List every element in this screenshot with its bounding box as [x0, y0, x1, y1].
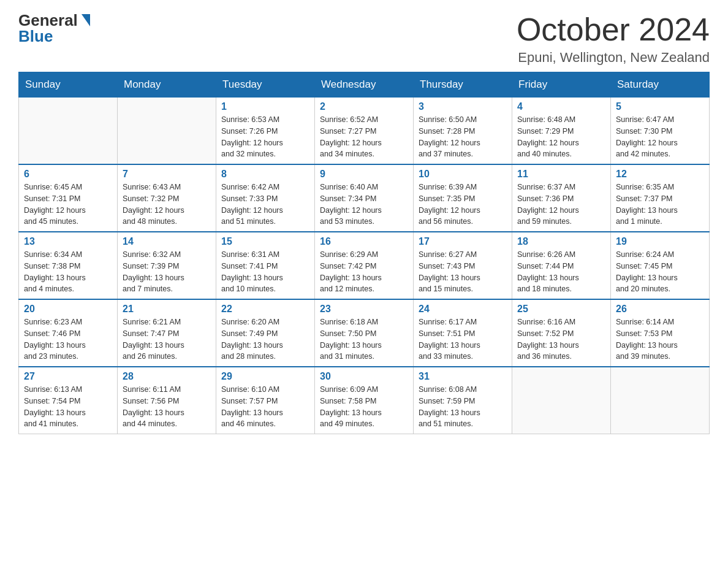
day-number: 22: [221, 304, 309, 315]
day-number: 24: [419, 304, 507, 315]
day-info: Sunrise: 6:09 AM Sunset: 7:58 PM Dayligh…: [320, 384, 408, 430]
logo-triangle-icon: [82, 14, 90, 26]
calendar-table: SundayMondayTuesdayWednesdayThursdayFrid…: [18, 72, 710, 434]
day-info: Sunrise: 6:37 AM Sunset: 7:36 PM Dayligh…: [517, 182, 605, 228]
day-info: Sunrise: 6:50 AM Sunset: 7:28 PM Dayligh…: [419, 114, 507, 160]
calendar-cell: [512, 367, 611, 434]
logo: General Blue: [18, 12, 90, 44]
day-info: Sunrise: 6:20 AM Sunset: 7:49 PM Dayligh…: [221, 316, 309, 362]
logo-general-text: General: [18, 12, 78, 28]
day-info: Sunrise: 6:11 AM Sunset: 7:56 PM Dayligh…: [123, 384, 211, 430]
calendar-cell: 30Sunrise: 6:09 AM Sunset: 7:58 PM Dayli…: [315, 367, 414, 434]
day-info: Sunrise: 6:14 AM Sunset: 7:53 PM Dayligh…: [616, 316, 704, 362]
day-number: 2: [320, 101, 408, 112]
calendar-cell: 14Sunrise: 6:32 AM Sunset: 7:39 PM Dayli…: [118, 232, 216, 299]
day-number: 12: [616, 169, 704, 180]
day-number: 16: [320, 236, 408, 247]
calendar-cell: 10Sunrise: 6:39 AM Sunset: 7:35 PM Dayli…: [414, 164, 512, 232]
weekday-header-friday: Friday: [512, 72, 611, 98]
day-info: Sunrise: 6:24 AM Sunset: 7:45 PM Dayligh…: [616, 249, 704, 295]
day-number: 19: [616, 236, 704, 247]
calendar-cell: 12Sunrise: 6:35 AM Sunset: 7:37 PM Dayli…: [611, 164, 710, 232]
day-number: 3: [419, 101, 507, 112]
day-info: Sunrise: 6:34 AM Sunset: 7:38 PM Dayligh…: [24, 249, 112, 295]
day-info: Sunrise: 6:17 AM Sunset: 7:51 PM Dayligh…: [419, 316, 507, 362]
day-info: Sunrise: 6:32 AM Sunset: 7:39 PM Dayligh…: [123, 249, 211, 295]
day-number: 26: [616, 304, 704, 315]
day-number: 4: [517, 101, 605, 112]
calendar-cell: 31Sunrise: 6:08 AM Sunset: 7:59 PM Dayli…: [414, 367, 512, 434]
day-number: 21: [123, 304, 211, 315]
calendar-cell: 1Sunrise: 6:53 AM Sunset: 7:26 PM Daylig…: [216, 98, 315, 165]
calendar-cell: 18Sunrise: 6:26 AM Sunset: 7:44 PM Dayli…: [512, 232, 611, 299]
day-number: 7: [123, 169, 211, 180]
page-header: General Blue October 2024 Epuni, Welling…: [18, 12, 710, 66]
day-info: Sunrise: 6:18 AM Sunset: 7:50 PM Dayligh…: [320, 316, 408, 362]
day-info: Sunrise: 6:53 AM Sunset: 7:26 PM Dayligh…: [221, 114, 309, 160]
day-info: Sunrise: 6:21 AM Sunset: 7:47 PM Dayligh…: [123, 316, 211, 362]
calendar-cell: 2Sunrise: 6:52 AM Sunset: 7:27 PM Daylig…: [315, 98, 414, 165]
day-number: 14: [123, 236, 211, 247]
day-info: Sunrise: 6:10 AM Sunset: 7:57 PM Dayligh…: [221, 384, 309, 430]
day-info: Sunrise: 6:48 AM Sunset: 7:29 PM Dayligh…: [517, 114, 605, 160]
day-number: 28: [123, 371, 211, 382]
day-number: 6: [24, 169, 112, 180]
weekday-header-saturday: Saturday: [611, 72, 710, 98]
calendar-header-row: SundayMondayTuesdayWednesdayThursdayFrid…: [19, 72, 710, 98]
day-number: 25: [517, 304, 605, 315]
day-number: 29: [221, 371, 309, 382]
calendar-cell: [611, 367, 710, 434]
calendar-cell: 5Sunrise: 6:47 AM Sunset: 7:30 PM Daylig…: [611, 98, 710, 165]
weekday-header-tuesday: Tuesday: [216, 72, 315, 98]
weekday-header-monday: Monday: [118, 72, 216, 98]
week-row-5: 27Sunrise: 6:13 AM Sunset: 7:54 PM Dayli…: [19, 367, 710, 434]
weekday-header-wednesday: Wednesday: [315, 72, 414, 98]
calendar-cell: 13Sunrise: 6:34 AM Sunset: 7:38 PM Dayli…: [19, 232, 118, 299]
calendar-cell: 21Sunrise: 6:21 AM Sunset: 7:47 PM Dayli…: [118, 299, 216, 367]
day-number: 10: [419, 169, 507, 180]
month-title: October 2024: [517, 12, 710, 47]
day-info: Sunrise: 6:42 AM Sunset: 7:33 PM Dayligh…: [221, 182, 309, 228]
weekday-header-sunday: Sunday: [19, 72, 118, 98]
week-row-2: 6Sunrise: 6:45 AM Sunset: 7:31 PM Daylig…: [19, 164, 710, 232]
calendar-cell: 24Sunrise: 6:17 AM Sunset: 7:51 PM Dayli…: [414, 299, 512, 367]
day-number: 23: [320, 304, 408, 315]
day-info: Sunrise: 6:26 AM Sunset: 7:44 PM Dayligh…: [517, 249, 605, 295]
weekday-header-thursday: Thursday: [414, 72, 512, 98]
calendar-cell: 23Sunrise: 6:18 AM Sunset: 7:50 PM Dayli…: [315, 299, 414, 367]
day-number: 30: [320, 371, 408, 382]
day-info: Sunrise: 6:47 AM Sunset: 7:30 PM Dayligh…: [616, 114, 704, 160]
calendar-cell: 22Sunrise: 6:20 AM Sunset: 7:49 PM Dayli…: [216, 299, 315, 367]
calendar-cell: 26Sunrise: 6:14 AM Sunset: 7:53 PM Dayli…: [611, 299, 710, 367]
week-row-3: 13Sunrise: 6:34 AM Sunset: 7:38 PM Dayli…: [19, 232, 710, 299]
calendar-cell: 15Sunrise: 6:31 AM Sunset: 7:41 PM Dayli…: [216, 232, 315, 299]
day-number: 5: [616, 101, 704, 112]
day-number: 17: [419, 236, 507, 247]
day-number: 13: [24, 236, 112, 247]
calendar-cell: [19, 98, 118, 165]
calendar-cell: 29Sunrise: 6:10 AM Sunset: 7:57 PM Dayli…: [216, 367, 315, 434]
day-info: Sunrise: 6:35 AM Sunset: 7:37 PM Dayligh…: [616, 182, 704, 228]
calendar-cell: 6Sunrise: 6:45 AM Sunset: 7:31 PM Daylig…: [19, 164, 118, 232]
calendar-cell: 8Sunrise: 6:42 AM Sunset: 7:33 PM Daylig…: [216, 164, 315, 232]
day-info: Sunrise: 6:31 AM Sunset: 7:41 PM Dayligh…: [221, 249, 309, 295]
day-info: Sunrise: 6:45 AM Sunset: 7:31 PM Dayligh…: [24, 182, 112, 228]
day-info: Sunrise: 6:27 AM Sunset: 7:43 PM Dayligh…: [419, 249, 507, 295]
day-info: Sunrise: 6:08 AM Sunset: 7:59 PM Dayligh…: [419, 384, 507, 430]
calendar-cell: 4Sunrise: 6:48 AM Sunset: 7:29 PM Daylig…: [512, 98, 611, 165]
day-info: Sunrise: 6:52 AM Sunset: 7:27 PM Dayligh…: [320, 114, 408, 160]
calendar-cell: 3Sunrise: 6:50 AM Sunset: 7:28 PM Daylig…: [414, 98, 512, 165]
calendar-cell: 19Sunrise: 6:24 AM Sunset: 7:45 PM Dayli…: [611, 232, 710, 299]
calendar-cell: 27Sunrise: 6:13 AM Sunset: 7:54 PM Dayli…: [19, 367, 118, 434]
week-row-4: 20Sunrise: 6:23 AM Sunset: 7:46 PM Dayli…: [19, 299, 710, 367]
day-number: 9: [320, 169, 408, 180]
location-text: Epuni, Wellington, New Zealand: [517, 50, 710, 66]
day-number: 27: [24, 371, 112, 382]
day-info: Sunrise: 6:13 AM Sunset: 7:54 PM Dayligh…: [24, 384, 112, 430]
day-number: 15: [221, 236, 309, 247]
calendar-cell: 9Sunrise: 6:40 AM Sunset: 7:34 PM Daylig…: [315, 164, 414, 232]
title-section: October 2024 Epuni, Wellington, New Zeal…: [517, 12, 710, 66]
calendar-cell: 11Sunrise: 6:37 AM Sunset: 7:36 PM Dayli…: [512, 164, 611, 232]
calendar-cell: 25Sunrise: 6:16 AM Sunset: 7:52 PM Dayli…: [512, 299, 611, 367]
calendar-cell: 7Sunrise: 6:43 AM Sunset: 7:32 PM Daylig…: [118, 164, 216, 232]
